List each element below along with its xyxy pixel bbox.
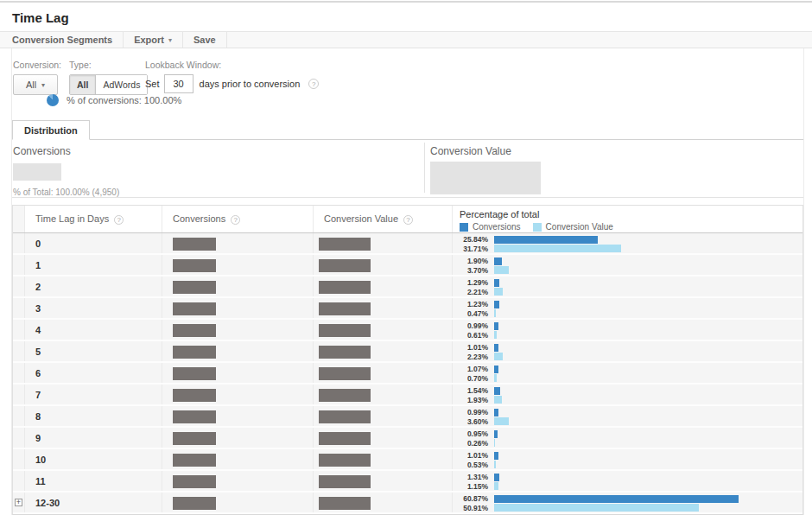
help-icon[interactable]: ? bbox=[403, 215, 413, 225]
conversion-value-cell bbox=[314, 320, 453, 340]
percentage-cell: 1.54%1.93% bbox=[453, 385, 802, 404]
bar-pair bbox=[494, 277, 503, 296]
table-row: 11.90%3.70% bbox=[13, 255, 802, 277]
conversion-value-bar bbox=[494, 417, 509, 425]
conversion-value-redacted bbox=[319, 281, 371, 294]
conversions-percentage-label: 1.54% bbox=[453, 386, 488, 396]
time-lag-cell: 10 bbox=[25, 449, 162, 469]
export-button[interactable]: Export ▾ bbox=[124, 32, 183, 48]
conversion-value-column-label: Conversion Value bbox=[324, 213, 398, 224]
conversions-bar bbox=[494, 344, 498, 352]
expand-plus-icon[interactable]: + bbox=[15, 499, 22, 506]
save-label: Save bbox=[193, 35, 216, 45]
page-title: Time Lag bbox=[12, 10, 812, 26]
conversion-value-bar bbox=[494, 331, 497, 339]
percentage-column-header: Percentage of total Conversions Conversi… bbox=[453, 206, 802, 232]
time-lag-cell: 11 bbox=[25, 471, 162, 491]
action-bar: Conversion Segments Export ▾ Save bbox=[0, 31, 812, 48]
percentage-labels: 1.29%2.21% bbox=[453, 277, 494, 296]
percentage-labels: 0.99%3.60% bbox=[453, 406, 494, 426]
bar-pair bbox=[494, 449, 498, 469]
percentage-cell: 60.87%50.91% bbox=[453, 493, 802, 512]
conversion-filter-label: Conversion: bbox=[13, 60, 61, 70]
table-row: 025.84%31.71% bbox=[13, 233, 802, 255]
help-icon[interactable]: ? bbox=[231, 215, 240, 225]
pie-chart-icon bbox=[47, 94, 59, 106]
conversions-bar bbox=[494, 495, 739, 503]
conversions-cell bbox=[162, 449, 314, 469]
tab-distribution[interactable]: Distribution bbox=[12, 120, 90, 140]
conversion-value-redacted bbox=[319, 432, 371, 445]
conversion-value-cell bbox=[314, 471, 453, 491]
time-lag-cell: 6 bbox=[25, 363, 162, 383]
lookback-window-label: Lookback Window: bbox=[145, 60, 319, 70]
percentage-cell: 1.23%0.47% bbox=[453, 298, 802, 318]
expander-cell bbox=[13, 406, 25, 426]
lookback-window-controls: Set days prior to conversion ? bbox=[145, 74, 319, 93]
table-row: 51.01%2.23% bbox=[13, 341, 802, 363]
conversions-scorecard: Conversions % of Total: 100.00% (4,950) bbox=[13, 145, 119, 197]
percentage-labels: 1.01%2.23% bbox=[453, 341, 494, 361]
percentage-cell: 0.99%3.60% bbox=[453, 406, 802, 426]
percentage-cell: 1.01%2.23% bbox=[453, 341, 802, 361]
conversions-percentage-label: 1.07% bbox=[453, 365, 488, 374]
conversion-value-percentage-label: 0.53% bbox=[453, 461, 488, 470]
type-toggle: All AdWords bbox=[69, 74, 148, 95]
conversion-value-redacted bbox=[319, 346, 371, 359]
conversion-value-percentage-label: 1.93% bbox=[453, 396, 488, 405]
bar-pair bbox=[494, 233, 621, 253]
table-row: 80.99%3.60% bbox=[13, 406, 802, 428]
conversions-cell bbox=[162, 428, 314, 448]
conversion-value-percentage-label: 2.21% bbox=[453, 288, 488, 297]
percentage-cell: 1.90%3.70% bbox=[453, 255, 802, 275]
expander-header-cell bbox=[13, 206, 25, 232]
lookback-suffix-label: days prior to conversion bbox=[200, 79, 301, 89]
conversion-value-cell bbox=[314, 406, 453, 426]
conversions-column-header[interactable]: Conversions? bbox=[162, 206, 314, 232]
conversion-select[interactable]: All ▾ bbox=[13, 74, 58, 95]
conversion-value-bar bbox=[494, 504, 699, 512]
conversions-percentage-label: 1.29% bbox=[453, 278, 488, 288]
conversions-cell bbox=[162, 493, 314, 512]
conversions-value-redacted bbox=[173, 475, 216, 488]
lookback-days-input[interactable] bbox=[164, 74, 193, 93]
help-icon[interactable]: ? bbox=[308, 79, 319, 89]
time-lag-cell: 2 bbox=[25, 277, 162, 296]
summary-panel: Conversions % of Total: 100.00% (4,950) … bbox=[12, 140, 803, 198]
conversions-percentage-label: 0.99% bbox=[453, 321, 488, 331]
save-button[interactable]: Save bbox=[183, 32, 227, 48]
table-row: +12-3060.87%50.91% bbox=[13, 493, 802, 514]
bar-pair bbox=[494, 493, 739, 512]
time-lag-column-header[interactable]: Time Lag in Days? bbox=[25, 206, 162, 232]
time-lag-cell: 5 bbox=[25, 341, 162, 361]
percentage-labels: 1.23%0.47% bbox=[453, 298, 494, 318]
table-row: 90.95%0.26% bbox=[13, 428, 802, 449]
percentage-labels: 1.54%1.93% bbox=[453, 385, 494, 404]
conversion-segments-button[interactable]: Conversion Segments bbox=[0, 32, 124, 48]
conversion-value-percentage-label: 0.26% bbox=[453, 439, 488, 448]
expander-cell bbox=[13, 449, 25, 469]
time-lag-cell: 4 bbox=[25, 320, 162, 340]
help-icon[interactable]: ? bbox=[114, 215, 124, 225]
expander-cell bbox=[13, 277, 25, 296]
conversion-value-column-header[interactable]: Conversion Value? bbox=[314, 206, 453, 232]
conversion-value-bar bbox=[494, 439, 495, 447]
expander-cell bbox=[13, 341, 25, 361]
conversions-percentage-label: 1.90% bbox=[453, 257, 488, 266]
conversion-value-redacted bbox=[319, 324, 371, 337]
conversions-legend-label: Conversions bbox=[473, 222, 521, 232]
expander-cell bbox=[13, 255, 25, 275]
chevron-down-icon: ▾ bbox=[41, 81, 45, 89]
percentage-cell: 25.84%31.71% bbox=[453, 233, 802, 253]
table-row: 71.54%1.93% bbox=[13, 385, 802, 406]
percent-of-conversions-row: % of conversions: 100.00% bbox=[47, 94, 181, 106]
percentage-labels: 0.99%0.61% bbox=[453, 320, 494, 340]
chevron-down-icon: ▾ bbox=[168, 36, 172, 44]
type-all-button[interactable]: All bbox=[70, 75, 96, 94]
type-adwords-button[interactable]: AdWords bbox=[96, 75, 147, 94]
time-lag-cell: 0 bbox=[25, 233, 162, 253]
percentage-cell: 1.07%0.70% bbox=[453, 363, 802, 383]
conversion-value-redacted bbox=[319, 367, 371, 380]
table-row: 31.23%0.47% bbox=[13, 298, 802, 320]
table-row: 61.07%0.70% bbox=[13, 363, 802, 385]
